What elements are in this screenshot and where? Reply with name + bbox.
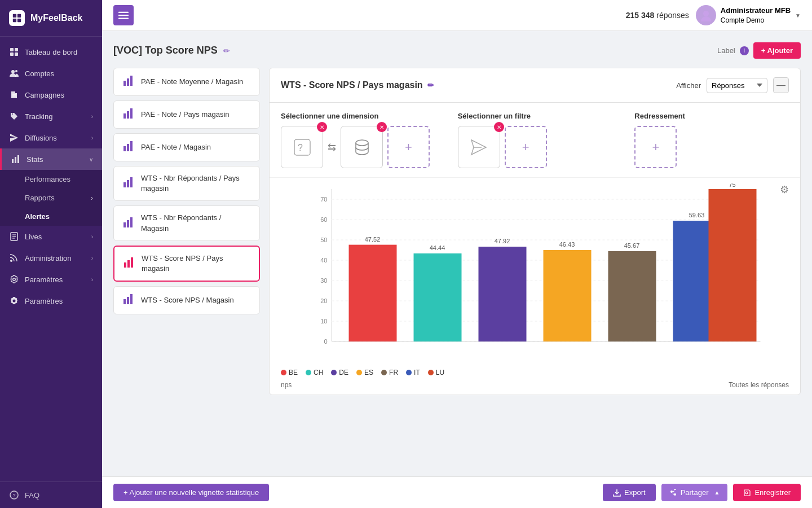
sidebar-item-label: Alertes (25, 212, 50, 221)
filter-add-box[interactable]: + (505, 126, 547, 168)
save-button[interactable]: Enregistrer (733, 484, 801, 501)
svg-rect-23 (118, 15, 129, 16)
remove-filter-button[interactable]: ✕ (494, 122, 504, 132)
stat-card-label: WTS - Score NPS / Pays magasin (142, 253, 250, 274)
bar-de[interactable] (479, 247, 527, 341)
sidebar-item-parametres[interactable]: Paramètres (0, 290, 102, 312)
edit-title-icon[interactable]: ✏ (223, 46, 230, 55)
sidebar-item-label: Stats (27, 155, 43, 164)
afficher-label: Afficher (676, 81, 701, 90)
sidebar-item-label: Diffusions (25, 134, 57, 142)
dimension-label: Sélectionner une dimension (281, 112, 435, 120)
rss-icon (9, 253, 19, 263)
legend-label-ch: CH (314, 369, 323, 376)
info-icon[interactable]: i (740, 46, 749, 55)
responses-count: 215 348 réponses (626, 11, 689, 20)
svg-rect-38 (123, 222, 126, 227)
bar-ch[interactable] (414, 253, 462, 341)
afficher-select[interactable]: Réponses Pourcentage (707, 78, 767, 93)
sidebar-item-stats[interactable]: Stats ∨ (0, 148, 102, 170)
app-logo[interactable]: MyFeelBack (0, 0, 102, 37)
filter-box-send[interactable]: ✕ (458, 126, 500, 168)
users-icon (9, 68, 19, 78)
sidebar-item-tableau-de-bord[interactable]: Tableau de bord (0, 41, 102, 63)
faq-link[interactable]: ? FAQ (9, 490, 93, 500)
stat-card-pae-note-pays[interactable]: PAE - Note / Pays magasin (113, 100, 260, 129)
sidebar-item-campagnes[interactable]: Campagnes (0, 84, 102, 106)
chart-legend: BE CH DE ES (281, 364, 789, 379)
share-button[interactable]: Partager ▲ (661, 484, 728, 501)
svg-point-9 (15, 70, 17, 72)
stat-card-pae-note-magasin[interactable]: PAE - Note / Magasin (113, 133, 260, 161)
chevron-right-icon: › (91, 113, 93, 120)
sidebar-item-diffusions[interactable]: Diffusions › (0, 127, 102, 148)
legend-label-it: IT (414, 369, 420, 376)
sidebar-item-lives[interactable]: Administration › (0, 247, 102, 269)
legend-dot-fr (381, 370, 387, 375)
bar-fr[interactable] (608, 251, 656, 341)
sidebar-item-contacts[interactable]: Lives › (0, 226, 102, 247)
svg-text:10: 10 (320, 318, 327, 325)
edit-panel-title-icon[interactable]: ✏ (427, 81, 434, 90)
user-menu[interactable]: Administrateur MFB Compte Demo ▼ (696, 5, 801, 25)
svg-rect-33 (127, 144, 129, 151)
sidebar-item-comptes[interactable]: Comptes (0, 63, 102, 84)
gear-icon (9, 296, 19, 306)
redressement-add-box[interactable]: + (634, 126, 677, 168)
chevron-right-icon: › (91, 277, 93, 283)
sidebar-item-label: Rapports (25, 194, 55, 202)
user-account: Compte Demo (721, 16, 791, 25)
add-vignette-button[interactable]: + Ajouter une nouvelle vignette statisti… (113, 484, 269, 501)
chevron-right-icon: › (91, 135, 93, 141)
sidebar-item-tracking[interactable]: Tracking › (0, 106, 102, 127)
stat-card-pae-note-moyenne[interactable]: PAE - Note Moyenne / Magasin (113, 68, 260, 96)
chart-bar-icon (123, 294, 134, 307)
svg-rect-30 (127, 111, 129, 119)
legend-label-es: ES (364, 369, 373, 376)
sidebar-item-alertes[interactable]: Alertes (0, 207, 102, 226)
label-area: Label i + Ajouter (717, 42, 801, 59)
collapse-button[interactable]: — (773, 77, 789, 93)
dimension-add-box[interactable]: + (387, 126, 430, 168)
svg-rect-27 (127, 78, 129, 86)
faq-icon: ? (9, 490, 19, 500)
settings-icon (9, 274, 19, 284)
remove-dimension-1-button[interactable]: ✕ (317, 122, 327, 132)
svg-text:40: 40 (320, 257, 327, 264)
stat-card-wts-score-magasin[interactable]: WTS - Score NPS / Magasin (113, 286, 260, 314)
stat-card-wts-nbr-pays[interactable]: WTS - Nbr Répondants / Pays magasin (113, 166, 260, 201)
legend-dot-ch (306, 370, 311, 375)
topbar: 215 348 réponses Administrateur MFB Comp… (102, 0, 812, 31)
chevron-down-icon: ∨ (89, 156, 93, 163)
bar-be[interactable] (349, 245, 397, 341)
main-panel-header: WTS - Score NPS / Pays magasin ✏ Affiche… (270, 68, 800, 103)
main-panel-title: WTS - Score NPS / Pays magasin ✏ (281, 80, 434, 90)
stat-card-wts-nbr-magasin[interactable]: WTS - Nbr Répondants / Magasin (113, 205, 260, 240)
bar-es[interactable] (544, 250, 592, 341)
main-panel: WTS - Score NPS / Pays magasin ✏ Affiche… (269, 68, 801, 395)
sidebar-item-administration[interactable]: Paramètres › (0, 269, 102, 290)
page-title-area: [VOC] Top Score NPS ✏ (113, 45, 230, 56)
svg-rect-12 (12, 159, 14, 163)
svg-point-49 (356, 140, 368, 146)
svg-rect-28 (130, 76, 133, 86)
menu-button[interactable] (113, 5, 134, 25)
stat-card-wts-score-pays[interactable]: WTS - Score NPS / Pays magasin (113, 246, 260, 282)
export-button[interactable]: Export (603, 484, 656, 501)
sidebar-item-rapports[interactable]: Rapports › (0, 189, 102, 207)
avatar (696, 5, 716, 25)
chevron-right-icon: › (91, 255, 93, 261)
svg-rect-14 (17, 155, 19, 163)
sidebar-item-performances[interactable]: Performances (0, 170, 102, 189)
file-icon (9, 90, 19, 100)
dimension-box-db[interactable]: ✕ (341, 126, 383, 168)
page-content: [VOC] Top Score NPS ✏ Label i + Ajouter … (102, 31, 812, 476)
chart-bar-icon (123, 217, 134, 230)
add-label-button[interactable]: + Ajouter (753, 42, 801, 59)
bar-lu[interactable] (709, 189, 757, 341)
stat-card-label: WTS - Nbr Répondants / Pays magasin (141, 173, 250, 194)
dimension-box-question[interactable]: ✕ ? (281, 126, 323, 168)
svg-text:60: 60 (320, 216, 327, 223)
svg-rect-43 (131, 257, 133, 268)
remove-dimension-2-button[interactable]: ✕ (377, 122, 387, 132)
